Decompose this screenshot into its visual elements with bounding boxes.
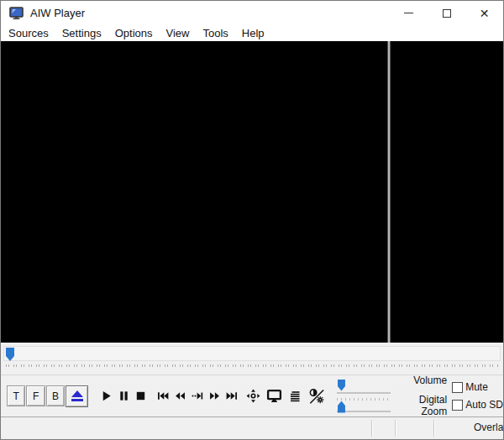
window-controls: ✕: [390, 1, 503, 25]
seek-slider-thumb[interactable]: [6, 348, 14, 361]
auto-sd-checkbox-row[interactable]: Auto SD: [452, 399, 503, 411]
monitor-button[interactable]: [265, 385, 282, 407]
checkbox-cluster: Mute Auto SD: [452, 381, 503, 411]
f-button[interactable]: F: [26, 385, 45, 406]
skip-end-button[interactable]: [223, 385, 239, 407]
status-bar: Overlay: [1, 416, 503, 439]
seek-slider[interactable]: [3, 346, 501, 361]
app-window: AIW Player ✕ Sources Settings Options Vi…: [0, 0, 504, 440]
f-button-label: F: [33, 390, 39, 402]
minimize-icon: [404, 13, 413, 14]
menu-options[interactable]: Options: [108, 26, 160, 40]
skip-start-icon: [156, 390, 170, 402]
play-icon: [100, 390, 113, 402]
status-separator: [433, 420, 434, 437]
menu-settings[interactable]: Settings: [55, 26, 108, 40]
auto-sd-checkbox[interactable]: [452, 400, 463, 411]
title-bar: AIW Player ✕: [1, 1, 503, 25]
volume-slider-thumb[interactable]: [338, 380, 345, 391]
fast-forward-button[interactable]: [206, 385, 223, 407]
status-separator: [395, 420, 396, 437]
pan-button[interactable]: [245, 385, 262, 407]
menu-tools[interactable]: Tools: [196, 26, 234, 40]
playlist-button[interactable]: [286, 385, 303, 407]
app-logo-icon: [9, 7, 24, 20]
maximize-button[interactable]: [428, 1, 465, 25]
video-adjust-button[interactable]: [308, 385, 326, 407]
status-overlay-text: Overlay: [474, 422, 503, 433]
close-icon: ✕: [480, 8, 490, 19]
video-display-area[interactable]: [1, 41, 503, 343]
stop-button[interactable]: [132, 385, 149, 407]
window-title: AIW Player: [30, 7, 85, 19]
seek-tick-marks: [6, 364, 498, 368]
digital-zoom-label: Digital Zoom: [393, 394, 447, 417]
minimize-button[interactable]: [390, 1, 428, 25]
digital-zoom-slider-thumb[interactable]: [338, 401, 345, 413]
maximize-icon: [443, 9, 451, 18]
video-splitter[interactable]: [387, 41, 391, 343]
t-button-label: T: [13, 390, 19, 402]
menu-help[interactable]: Help: [235, 26, 271, 40]
auto-sd-label: Auto SD: [465, 399, 503, 411]
volume-label: Volume: [393, 375, 447, 386]
slider-labels: Volume Digital Zoom: [393, 375, 447, 417]
digital-zoom-ticks: [337, 398, 391, 401]
video-adjust-icon: [308, 387, 326, 406]
monitor-icon: [266, 389, 282, 403]
playlist-icon: [288, 390, 302, 403]
close-button[interactable]: ✕: [465, 1, 503, 25]
rewind-icon: [174, 390, 186, 402]
slider-cluster: [336, 379, 391, 414]
status-separator: [371, 420, 372, 437]
digital-zoom-slider[interactable]: [336, 398, 391, 414]
b-button-label: B: [52, 390, 59, 402]
rewind-button[interactable]: [171, 385, 188, 407]
seek-bar-area: [1, 343, 503, 375]
mute-checkbox[interactable]: [452, 382, 463, 393]
b-button[interactable]: B: [46, 385, 65, 406]
pause-button[interactable]: [115, 385, 132, 407]
control-bar: T F B: [1, 375, 503, 416]
volume-slider[interactable]: [336, 379, 391, 395]
pause-icon: [118, 390, 130, 402]
eject-button[interactable]: [66, 385, 88, 407]
t-button[interactable]: T: [7, 385, 25, 406]
skip-start-button[interactable]: [155, 385, 171, 407]
stop-icon: [134, 390, 147, 402]
menu-view[interactable]: View: [160, 26, 197, 40]
menu-bar: Sources Settings Options View Tools Help: [1, 25, 503, 41]
step-forward-icon: [191, 390, 204, 402]
fast-forward-icon: [208, 390, 221, 402]
eject-icon: [71, 390, 83, 397]
menu-sources[interactable]: Sources: [2, 26, 55, 40]
mute-checkbox-row[interactable]: Mute: [452, 381, 503, 393]
pan-icon: [246, 389, 260, 403]
mute-label: Mute: [465, 381, 488, 393]
play-button[interactable]: [97, 385, 114, 407]
step-forward-button[interactable]: [189, 385, 206, 407]
skip-end-icon: [225, 390, 239, 402]
